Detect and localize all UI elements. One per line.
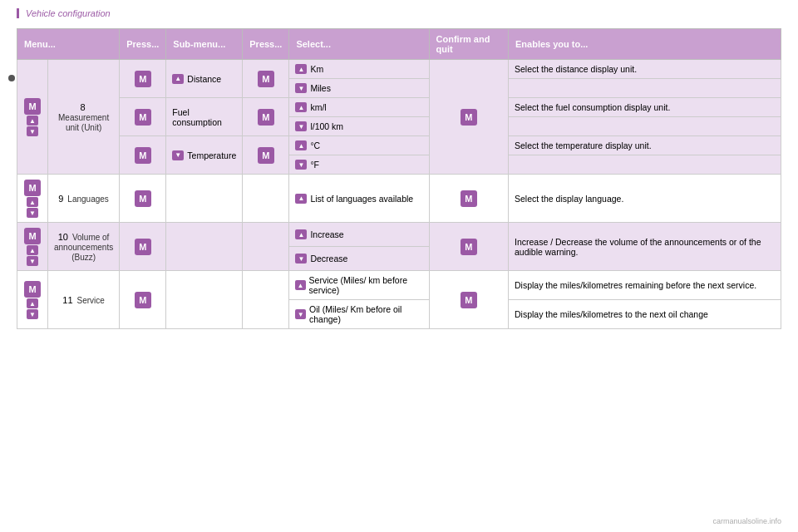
m-button-9[interactable]: M xyxy=(24,180,41,196)
select-km-content: ▲ Km xyxy=(295,64,422,74)
table-row: M ▼ Temperature M ▲ °C Sele xyxy=(17,136,781,155)
press-btn-distance: M xyxy=(120,60,166,98)
select-down-oil[interactable]: ▼ xyxy=(295,309,306,319)
press-btn-service: M xyxy=(120,271,166,329)
header-press2: Press... xyxy=(243,29,289,60)
updown-11: ▲ ▼ xyxy=(27,298,38,319)
select-languages-content: ▲ List of languages available xyxy=(295,194,422,204)
press-btn-languages2 xyxy=(243,175,289,223)
press-btn-distance2: M xyxy=(243,60,289,98)
select-increase: ▲ Increase xyxy=(289,223,429,247)
m-button-distance2[interactable]: M xyxy=(258,71,274,87)
select-celsius-content: ▲ °C xyxy=(295,140,422,150)
confirm-btn-8: M xyxy=(429,60,508,175)
down-btn-8[interactable]: ▼ xyxy=(27,126,38,136)
submenu-fuel: Fuelconsumption xyxy=(166,98,243,136)
submenu-volume xyxy=(166,223,243,271)
select-up-km[interactable]: ▲ xyxy=(295,64,307,74)
enables-temp: Select the temperature display unit. xyxy=(508,136,781,155)
select-miles: ▼ Miles xyxy=(289,79,429,98)
m-button-distance[interactable]: M xyxy=(135,71,151,87)
menu-text-8: Measurementunit (Unit) xyxy=(58,113,109,132)
select-increase-content: ▲ Increase xyxy=(295,229,422,239)
select-down-l100km[interactable]: ▼ xyxy=(295,121,307,131)
select-up-kml[interactable]: ▲ xyxy=(295,102,307,112)
select-down-decrease[interactable]: ▼ xyxy=(295,254,307,264)
select-kml-label: km/l xyxy=(310,102,326,112)
down-btn-10[interactable]: ▼ xyxy=(27,256,38,266)
submenu-service xyxy=(166,271,243,329)
submenu-distance-content: ▲ Distance xyxy=(172,74,236,84)
select-down-fahrenheit[interactable]: ▼ xyxy=(295,160,307,170)
m-button-service[interactable]: M xyxy=(135,292,151,308)
m-button-confirm-9[interactable]: M xyxy=(461,190,477,207)
select-increase-label: Increase xyxy=(310,229,343,239)
down-btn-9[interactable]: ▼ xyxy=(27,208,38,218)
select-oil-label: Oil (Miles/ Km before oil change) xyxy=(309,304,423,324)
m-button-temp[interactable]: M xyxy=(135,147,151,164)
main-table: Menu... Press... Sub-menu... Press... Se… xyxy=(17,28,781,329)
updown-9: ▲ ▼ xyxy=(27,197,38,218)
table-header-row: Menu... Press... Sub-menu... Press... Se… xyxy=(17,29,781,60)
m-button-11[interactable]: M xyxy=(24,281,41,298)
page-title-bar: Vehicle configuration xyxy=(17,8,781,18)
enables-miles xyxy=(508,79,781,98)
header-select: Select... xyxy=(289,29,429,60)
select-service-miles-label: Service (Miles/ km before service) xyxy=(309,275,423,295)
m-button-confirm-10[interactable]: M xyxy=(461,239,477,255)
select-kml: ▲ km/l xyxy=(289,98,429,117)
select-languages: ▲ List of languages available xyxy=(289,175,429,223)
select-up-increase[interactable]: ▲ xyxy=(295,229,307,239)
m-button-temp2[interactable]: M xyxy=(258,147,274,164)
m-button-confirm-8[interactable]: M xyxy=(461,109,477,126)
m-button-languages[interactable]: M xyxy=(135,190,151,207)
select-up-languages[interactable]: ▲ xyxy=(295,194,307,204)
select-languages-label: List of languages available xyxy=(310,194,413,204)
select-down-miles[interactable]: ▼ xyxy=(295,83,307,93)
up-btn-11[interactable]: ▲ xyxy=(27,298,38,308)
press-btn-fuel2: M xyxy=(243,98,289,136)
m-button-10[interactable]: M xyxy=(24,228,41,244)
press-btn-service2 xyxy=(243,271,289,329)
m-button-confirm-11[interactable]: M xyxy=(461,292,477,308)
header-enables: Enables you to... xyxy=(508,29,781,60)
enables-km: Select the distance display unit. xyxy=(508,60,781,79)
page-container: Vehicle configuration Menu... Press... S… xyxy=(0,0,798,532)
select-up-service[interactable]: ▲ xyxy=(295,280,305,290)
menu-label-cell-11: 11 Service xyxy=(48,271,120,329)
menu-btn-group-9: M ▲ ▼ xyxy=(23,179,42,218)
m-button-fuel[interactable]: M xyxy=(135,109,151,126)
updown-10: ▲ ▼ xyxy=(27,245,38,266)
table-row: M ▲ ▼ 8 Measurementunit (Unit) M xyxy=(17,60,781,79)
select-oil-content: ▼ Oil (Miles/ Km before oil change) xyxy=(295,304,422,324)
select-decrease: ▼ Decrease xyxy=(289,247,429,271)
menu-num-9: 9 xyxy=(58,194,63,204)
menu-label-cell-9: 9 Languages xyxy=(48,175,120,223)
m-button-fuel2[interactable]: M xyxy=(258,109,274,126)
menu-btn-cell-8: M ▲ ▼ xyxy=(17,60,48,175)
select-km-label: Km xyxy=(310,64,323,74)
m-button-8[interactable]: M xyxy=(24,98,41,115)
header-confirm: Confirm and quit xyxy=(429,29,508,60)
down-btn-11[interactable]: ▼ xyxy=(27,309,38,319)
submenu-down-temp[interactable]: ▼ xyxy=(172,150,184,160)
enables-oil: Display the miles/kilometres to the next… xyxy=(508,300,781,329)
up-btn-9[interactable]: ▲ xyxy=(27,197,38,207)
select-celsius-label: °C xyxy=(310,140,320,150)
select-up-celsius[interactable]: ▲ xyxy=(295,140,307,150)
submenu-up-distance[interactable]: ▲ xyxy=(172,74,184,84)
press-btn-languages: M xyxy=(120,175,166,223)
confirm-btn-9: M xyxy=(429,175,508,223)
select-miles-content: ▼ Miles xyxy=(295,83,422,93)
page-title: Vehicle configuration xyxy=(26,8,111,18)
up-btn-8[interactable]: ▲ xyxy=(27,116,38,126)
menu-text-11: Service xyxy=(76,296,104,305)
submenu-distance-label: Distance xyxy=(187,74,221,84)
table-row: M ▲ ▼ 11 Service M xyxy=(17,271,781,300)
menu-num-11: 11 xyxy=(62,295,72,305)
select-miles-label: Miles xyxy=(310,83,331,93)
page-dot xyxy=(8,75,15,81)
up-btn-10[interactable]: ▲ xyxy=(27,245,38,255)
menu-num-8: 8 xyxy=(81,102,86,112)
m-button-volume[interactable]: M xyxy=(135,239,151,255)
